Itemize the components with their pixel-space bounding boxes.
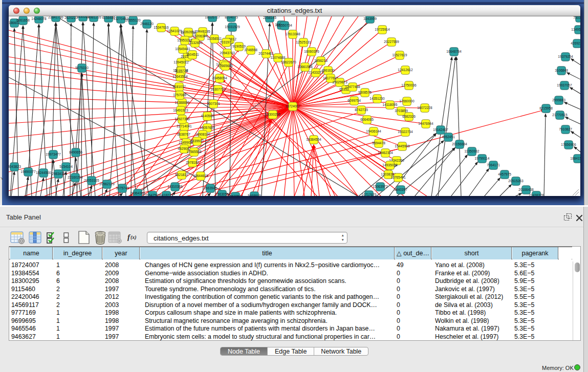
svg-text:7064171: 7064171 bbox=[487, 163, 500, 167]
svg-text:6064065: 6064065 bbox=[360, 118, 374, 121]
svg-text:15063972: 15063972 bbox=[373, 185, 388, 188]
svg-text:3343959: 3343959 bbox=[363, 17, 377, 20]
svg-text:15347616: 15347616 bbox=[154, 26, 169, 29]
svg-text:14310388: 14310388 bbox=[167, 185, 183, 188]
svg-text:3181037: 3181037 bbox=[172, 85, 186, 89]
svg-text:18841570: 18841570 bbox=[570, 157, 580, 160]
svg-text:11541029: 11541029 bbox=[167, 29, 182, 33]
svg-text:2983419: 2983419 bbox=[52, 172, 65, 176]
svg-text:8204075: 8204075 bbox=[225, 16, 238, 19]
svg-text:15029873: 15029873 bbox=[332, 80, 347, 84]
svg-text:22841736: 22841736 bbox=[48, 16, 63, 19]
svg-text:21770515: 21770515 bbox=[552, 113, 568, 117]
svg-text:20392657: 20392657 bbox=[181, 30, 196, 34]
svg-text:20647509: 20647509 bbox=[145, 193, 160, 196]
svg-text:5339937: 5339937 bbox=[190, 139, 204, 143]
svg-text:6582326: 6582326 bbox=[402, 115, 416, 118]
svg-text:11350932: 11350932 bbox=[465, 149, 480, 153]
svg-text:14935038: 14935038 bbox=[382, 163, 398, 167]
svg-text:4952451: 4952451 bbox=[442, 135, 455, 139]
svg-text:11388699: 11388699 bbox=[175, 101, 190, 104]
svg-text:16307710: 16307710 bbox=[210, 87, 226, 91]
svg-text:16648784: 16648784 bbox=[446, 50, 462, 53]
svg-text:20515263: 20515263 bbox=[508, 179, 524, 183]
svg-text:17613348: 17613348 bbox=[285, 32, 300, 36]
svg-text:19379254: 19379254 bbox=[558, 55, 573, 58]
svg-text:17656906: 17656906 bbox=[561, 143, 576, 146]
svg-text:20156684: 20156684 bbox=[452, 142, 467, 146]
svg-text:22714041: 22714041 bbox=[177, 124, 192, 128]
svg-text:20562129: 20562129 bbox=[99, 182, 115, 186]
svg-text:9308575: 9308575 bbox=[358, 91, 372, 94]
svg-text:4043823: 4043823 bbox=[9, 165, 21, 168]
svg-text:22438378: 22438378 bbox=[529, 193, 544, 196]
svg-text:20166438: 20166438 bbox=[518, 188, 534, 191]
svg-text:10661588: 10661588 bbox=[297, 65, 313, 69]
svg-text:3075745: 3075745 bbox=[116, 186, 129, 190]
svg-text:10322734: 10322734 bbox=[398, 130, 413, 134]
svg-text:2258145: 2258145 bbox=[263, 16, 276, 19]
svg-text:8490656: 8490656 bbox=[69, 150, 82, 154]
svg-text:12525131: 12525131 bbox=[296, 40, 311, 44]
svg-text:4269227: 4269227 bbox=[571, 41, 580, 45]
svg-text:6061658: 6061658 bbox=[16, 18, 30, 22]
svg-text:3307301: 3307301 bbox=[207, 102, 220, 105]
svg-text:19384554: 19384554 bbox=[306, 138, 321, 141]
svg-text:22053165: 22053165 bbox=[84, 179, 99, 182]
svg-text:11527619: 11527619 bbox=[393, 53, 407, 57]
svg-text:10549441: 10549441 bbox=[175, 47, 190, 51]
svg-text:5594478: 5594478 bbox=[372, 141, 385, 145]
svg-text:2663941: 2663941 bbox=[204, 186, 217, 190]
svg-text:19678574: 19678574 bbox=[228, 194, 243, 196]
svg-text:18724007: 18724007 bbox=[285, 104, 300, 108]
svg-text:7303905: 7303905 bbox=[573, 16, 580, 19]
svg-text:15445909: 15445909 bbox=[395, 144, 410, 148]
svg-text:18981216: 18981216 bbox=[86, 16, 101, 19]
svg-text:20943743: 20943743 bbox=[220, 51, 235, 55]
svg-text:4961630: 4961630 bbox=[321, 69, 335, 72]
svg-text:8215958: 8215958 bbox=[539, 106, 553, 110]
svg-text:4140560: 4140560 bbox=[201, 114, 214, 118]
svg-text:14118095: 14118095 bbox=[383, 103, 398, 106]
svg-text:19725914: 19725914 bbox=[375, 28, 390, 31]
svg-text:4457975: 4457975 bbox=[498, 172, 511, 176]
svg-text:5154104: 5154104 bbox=[59, 165, 73, 168]
svg-text:18300295: 18300295 bbox=[265, 113, 280, 116]
svg-text:3746598: 3746598 bbox=[244, 48, 257, 52]
svg-text:2946120: 2946120 bbox=[140, 22, 154, 26]
svg-text:2978182: 2978182 bbox=[186, 161, 199, 164]
svg-text:17565588: 17565588 bbox=[186, 150, 202, 154]
svg-text:17660000: 17660000 bbox=[399, 99, 415, 103]
svg-text:7910827: 7910827 bbox=[559, 127, 572, 131]
svg-text:15031529: 15031529 bbox=[225, 25, 240, 29]
svg-text:5840397: 5840397 bbox=[394, 188, 407, 191]
svg-text:12750036: 12750036 bbox=[401, 83, 417, 87]
svg-text:12477488: 12477488 bbox=[345, 85, 360, 89]
svg-text:8742735: 8742735 bbox=[355, 108, 368, 112]
svg-text:13495588: 13495588 bbox=[571, 28, 580, 31]
svg-text:19142407: 19142407 bbox=[433, 128, 448, 132]
svg-text:7031971: 7031971 bbox=[220, 40, 233, 44]
svg-text:18622670: 18622670 bbox=[281, 60, 296, 64]
svg-text:19436144: 19436144 bbox=[366, 129, 381, 133]
svg-text:20458054: 20458054 bbox=[212, 76, 227, 80]
svg-text:5468605: 5468605 bbox=[248, 194, 261, 196]
svg-text:16908100: 16908100 bbox=[195, 133, 210, 136]
svg-text:(x): (x) bbox=[130, 234, 137, 240]
svg-text:16060376: 16060376 bbox=[304, 50, 319, 53]
svg-text:10057659: 10057659 bbox=[200, 126, 215, 129]
svg-text:10717675: 10717675 bbox=[361, 193, 377, 196]
svg-text:1757086: 1757086 bbox=[173, 93, 186, 97]
svg-text:19490077: 19490077 bbox=[20, 170, 36, 173]
svg-text:13765491: 13765491 bbox=[390, 176, 406, 179]
svg-text:14351230: 14351230 bbox=[369, 97, 385, 100]
svg-text:3106848: 3106848 bbox=[555, 69, 568, 72]
svg-text:20364361: 20364361 bbox=[130, 191, 145, 195]
svg-text:14248078: 14248078 bbox=[31, 17, 47, 20]
svg-text:9190519: 9190519 bbox=[232, 45, 246, 48]
svg-text:12643564: 12643564 bbox=[172, 75, 188, 78]
svg-text:10644615: 10644615 bbox=[193, 174, 208, 178]
svg-text:8321837: 8321837 bbox=[175, 173, 188, 177]
svg-text:20227559: 20227559 bbox=[384, 40, 399, 43]
svg-text:12412612: 12412612 bbox=[398, 68, 413, 72]
